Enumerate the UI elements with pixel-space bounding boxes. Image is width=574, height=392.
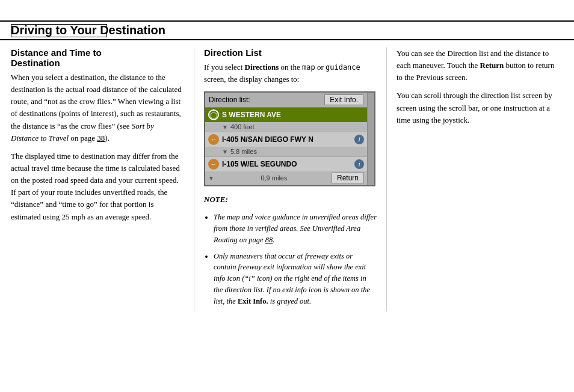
table-row: ◯ S WESTERN AVE ▼ 400 feet <box>205 108 367 132</box>
columns-container: Distance and Time to Destination When yo… <box>0 40 574 311</box>
col-middle: Direction List If you select Directions … <box>194 47 387 311</box>
direction-list-inner: Direction list: Exit Info. ◯ S WESTERN A… <box>205 93 367 185</box>
direction-list-mockup: Direction list: Exit Info. ◯ S WESTERN A… <box>204 91 375 186</box>
exit-info-button[interactable]: Exit Info. <box>324 94 363 105</box>
left-para-2: The displayed time to destination may di… <box>11 150 183 223</box>
left-para-1: When you select a destination, the dista… <box>11 72 183 144</box>
right-para-2: You can scroll through the direction lis… <box>397 90 561 126</box>
top-rectangle <box>11 24 107 37</box>
list-item: Only maneuvers that occur at freeway exi… <box>214 251 377 307</box>
circle-icon: ◯ <box>208 109 219 120</box>
table-row: ← I-405 N/SAN DIEGO FWY N i ▼ 5,8 miles <box>205 132 367 157</box>
middle-section-title: Direction List <box>204 47 377 58</box>
return-button[interactable]: Return <box>332 173 364 183</box>
info-icon: i <box>354 135 364 144</box>
left-section-title: Distance and Time to Destination <box>11 47 183 68</box>
note-section: NOTE: The map and voice guidance in unve… <box>204 194 377 307</box>
note-title: NOTE: <box>204 194 377 206</box>
direction-list-header: Direction list: Exit Info. <box>205 93 367 108</box>
scrollbar[interactable] <box>367 93 374 185</box>
right-para-1: You can see the Direction list and the d… <box>397 47 561 84</box>
info-icon: i <box>354 159 364 169</box>
table-row: ← I-105 W/EL SEGUNDO i ▼ 0,9 miles Retur… <box>205 157 367 185</box>
page-wrapper: Driving to Your Destination Distance and… <box>0 20 574 392</box>
col-left: Distance and Time to Destination When yo… <box>11 47 194 311</box>
turn-icon: ← <box>208 134 219 145</box>
list-item: The map and voice guidance in unverified… <box>214 212 377 245</box>
note-list: The map and voice guidance in unverified… <box>214 212 377 307</box>
col-right: You can see the Direction list and the d… <box>387 47 561 311</box>
middle-intro: If you select Directions on the map or g… <box>204 61 377 85</box>
turn-icon: ← <box>208 159 219 170</box>
